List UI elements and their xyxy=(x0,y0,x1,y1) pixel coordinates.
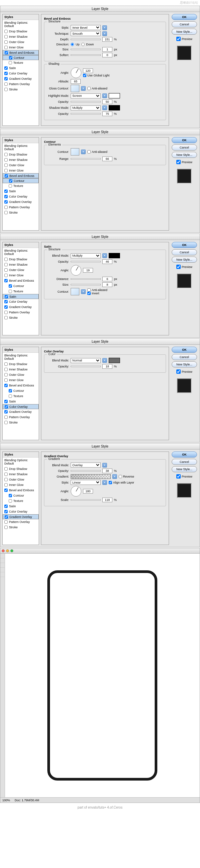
checkbox[interactable] xyxy=(4,410,8,413)
scale-slider[interactable] xyxy=(71,499,101,501)
sidebar-bevel-emboss[interactable]: Bevel and Emboss xyxy=(3,173,39,178)
dialog-title[interactable]: Layer Style xyxy=(0,129,200,135)
sidebar-satin[interactable]: Satin xyxy=(3,189,39,194)
opacity-slider[interactable] xyxy=(71,366,101,367)
shadow-opacity-slider[interactable] xyxy=(71,113,101,115)
checkbox[interactable] xyxy=(4,163,8,167)
sidebar-satin[interactable]: Satin xyxy=(3,294,39,299)
direction-up-radio[interactable] xyxy=(71,43,74,46)
sidebar-texture[interactable]: Texture xyxy=(3,289,39,294)
opacity-input[interactable] xyxy=(102,469,112,473)
new-style-button[interactable]: New Style... xyxy=(172,362,197,367)
checkbox[interactable] xyxy=(4,88,8,91)
checkbox[interactable] xyxy=(4,378,8,382)
contour-thumb[interactable] xyxy=(71,288,79,295)
sidebar-bevel-emboss[interactable]: Bevel and Emboss xyxy=(3,50,39,55)
checkbox[interactable] xyxy=(4,520,8,524)
canvas-titlebar[interactable] xyxy=(0,548,200,554)
checkbox[interactable] xyxy=(4,263,8,266)
sidebar-color-overlay[interactable]: Color Overlay xyxy=(3,404,39,409)
checkbox[interactable] xyxy=(9,494,12,497)
sidebar-inner-glow[interactable]: Inner Glow xyxy=(3,273,39,278)
checkbox[interactable] xyxy=(9,61,12,64)
sidebar-inner-glow[interactable]: Inner Glow xyxy=(3,377,39,383)
checkbox[interactable] xyxy=(4,268,8,272)
opacity-slider[interactable] xyxy=(71,470,101,471)
checkbox[interactable] xyxy=(4,83,8,86)
sidebar-texture[interactable]: Texture xyxy=(3,394,39,399)
depth-slider[interactable] xyxy=(71,39,101,40)
satin-color-swatch[interactable] xyxy=(109,253,120,258)
preview-checkbox[interactable] xyxy=(176,37,181,41)
checkbox[interactable] xyxy=(5,405,8,408)
sidebar-drop-shadow[interactable]: Drop Shadow xyxy=(3,29,39,34)
sidebar-satin[interactable]: Satin xyxy=(3,399,39,404)
sidebar-outer-glow[interactable]: Outer Glow xyxy=(3,162,39,168)
anti-aliased-checkbox[interactable] xyxy=(87,150,91,154)
sidebar-blending[interactable]: Blending Options: Default xyxy=(3,248,39,257)
range-input[interactable] xyxy=(102,156,112,161)
minimize-icon[interactable] xyxy=(6,549,9,552)
new-style-button[interactable]: New Style... xyxy=(172,152,197,158)
zoom-icon[interactable] xyxy=(10,549,13,552)
cancel-button[interactable]: Cancel xyxy=(172,145,197,151)
ok-button[interactable]: OK xyxy=(172,242,197,248)
dropdown-arrow-icon[interactable]: ▾ xyxy=(102,253,107,258)
anti-aliased-checkbox[interactable] xyxy=(87,288,91,292)
checkbox[interactable] xyxy=(4,195,8,198)
new-style-button[interactable]: New Style... xyxy=(172,257,197,262)
cancel-button[interactable]: Cancel xyxy=(172,21,197,27)
angle-dial[interactable] xyxy=(71,265,81,276)
cancel-button[interactable]: Cancel xyxy=(172,459,197,465)
sidebar-contour[interactable]: Contour xyxy=(3,493,39,498)
sidebar-contour[interactable]: Contour xyxy=(3,388,39,394)
sidebar-inner-glow[interactable]: Inner Glow xyxy=(3,168,39,173)
size-slider[interactable] xyxy=(71,49,101,50)
sidebar-blending[interactable]: Blending Options: Default xyxy=(3,458,39,466)
checkbox[interactable] xyxy=(4,72,8,75)
size-input[interactable] xyxy=(102,282,112,287)
checkbox[interactable] xyxy=(4,510,8,513)
sidebar-stroke[interactable]: Stroke xyxy=(3,420,39,425)
checkbox[interactable] xyxy=(4,489,8,492)
depth-input[interactable] xyxy=(102,37,112,42)
preview-checkbox[interactable] xyxy=(176,474,181,478)
sidebar-inner-shadow[interactable]: Inner Shadow xyxy=(3,157,39,162)
checkbox[interactable] xyxy=(9,56,12,59)
checkbox[interactable] xyxy=(4,66,8,70)
sidebar-gradient-overlay[interactable]: Gradient Overlay xyxy=(3,199,39,205)
blend-mode-select[interactable]: Overlay xyxy=(71,463,101,468)
checkbox[interactable] xyxy=(4,206,8,209)
ok-button[interactable]: OK xyxy=(172,14,197,20)
angle-dial[interactable] xyxy=(71,67,81,78)
preview-checkbox[interactable] xyxy=(176,160,181,164)
angle-input[interactable] xyxy=(83,489,93,494)
dropdown-arrow-icon[interactable]: ▾ xyxy=(112,474,117,479)
sidebar-color-overlay[interactable]: Color Overlay xyxy=(3,509,39,514)
sidebar-inner-shadow[interactable]: Inner Shadow xyxy=(3,367,39,372)
preview-checkbox[interactable] xyxy=(176,265,181,269)
size-slider[interactable] xyxy=(71,284,101,285)
zoom-value[interactable]: 100% xyxy=(2,799,10,802)
checkbox[interactable] xyxy=(4,478,8,481)
angle-dial[interactable] xyxy=(71,486,81,497)
checkbox[interactable] xyxy=(4,158,8,161)
sidebar-gradient-overlay[interactable]: Gradient Overlay xyxy=(3,514,39,519)
new-style-button[interactable]: New Style... xyxy=(172,466,197,472)
invert-checkbox[interactable] xyxy=(87,292,91,295)
opacity-input[interactable] xyxy=(102,259,112,264)
overlay-color-swatch[interactable] xyxy=(109,358,120,363)
style-select[interactable]: Inner Bevel xyxy=(71,25,101,30)
checkbox[interactable] xyxy=(4,415,8,419)
dialog-title[interactable]: Layer Style xyxy=(0,234,200,240)
sidebar-drop-shadow[interactable]: Drop Shadow xyxy=(3,362,39,367)
anti-aliased-checkbox[interactable] xyxy=(87,87,91,90)
cancel-button[interactable]: Cancel xyxy=(172,249,197,255)
checkbox[interactable] xyxy=(5,515,8,519)
checkbox[interactable] xyxy=(9,389,12,393)
checkbox[interactable] xyxy=(4,190,8,193)
dropdown-arrow-icon[interactable]: ▾ xyxy=(81,289,86,294)
sidebar-satin[interactable]: Satin xyxy=(3,65,39,71)
ok-button[interactable]: OK xyxy=(172,347,197,353)
sidebar-drop-shadow[interactable]: Drop Shadow xyxy=(3,466,39,471)
